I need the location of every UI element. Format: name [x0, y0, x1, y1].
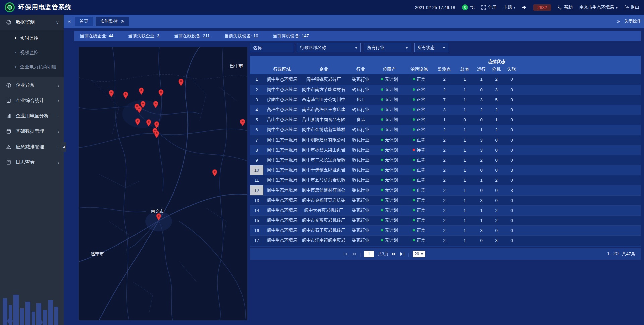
- table-row[interactable]: 7阆中生态环境局阆中明阳建材有限公司砖瓦行业无计划正常21300: [250, 135, 641, 145]
- map-pin-icon[interactable]: [154, 130, 159, 138]
- industry-filter-select[interactable]: 所有行业: [364, 43, 411, 52]
- table-row[interactable]: 4高坪生态环境局南充市高坪区王家店建砖瓦行业无计划正常31220: [250, 105, 641, 115]
- region-filter-select[interactable]: 行政区域名称: [297, 43, 361, 52]
- cell-total: 0: [455, 115, 474, 125]
- sidebar-group-label: 企业用电量分析: [16, 113, 49, 119]
- map-pin-icon[interactable]: [109, 90, 114, 97]
- alarm-count-badge[interactable]: 2632: [533, 4, 551, 11]
- map-pin-icon[interactable]: [123, 91, 128, 99]
- sidebar-item-power-load-detail[interactable]: 企业电力负荷明细: [0, 60, 64, 74]
- cell-total: 1: [455, 105, 474, 115]
- table-row[interactable]: 18南部生态环境局南部县建兴页岩砖有限砖瓦行业无计划正常21060: [250, 246, 641, 247]
- table-row[interactable]: 8阆中生态环境局阆中市枣碧大梁山页岩砖瓦行业无计划异常21300: [250, 145, 641, 155]
- name-filter-input[interactable]: [250, 43, 293, 52]
- cell-industry: 砖瓦行业: [346, 105, 375, 115]
- cell-limit: 无计划: [375, 74, 404, 85]
- cell-limit: 无计划: [375, 125, 404, 135]
- user-menu[interactable]: 南充市生态环境局 ▾: [579, 4, 618, 10]
- table-row[interactable]: 16阆中生态环境局阆中市石子页岩机砖厂砖瓦行业无计划正常21300: [250, 225, 641, 235]
- cell-facility: 正常: [404, 74, 434, 85]
- cell-points: 2: [434, 85, 455, 95]
- map-pin-icon[interactable]: [240, 119, 245, 126]
- close-operations-menu[interactable]: 关闭操作: [624, 18, 641, 24]
- sidebar-group-enterprise-abnormal[interactable]: 企业异常‹: [0, 77, 64, 93]
- sidebar-group-base-data-management[interactable]: 基础数据管理‹: [0, 124, 64, 139]
- table-row[interactable]: 6阆中生态环境局阆中市金博瑞新型墙材砖瓦行业无计划正常21120: [250, 125, 641, 135]
- table-row[interactable]: 3仪陇生态环境局西南油气田分公司川中化工无计划正常71350: [250, 95, 641, 105]
- cell-industry: 砖瓦行业: [346, 235, 375, 246]
- cell-index: 18: [250, 246, 263, 247]
- table-row[interactable]: 15阆中生态环境局阆中市光富页岩机砖厂砖瓦行业无计划正常21120: [250, 215, 641, 225]
- sidebar-item-realtime-monitor[interactable]: 实时监控: [0, 31, 64, 45]
- cell-index: 11: [250, 175, 263, 185]
- cell-company: 阆中市五马桥页岩机砖: [301, 175, 346, 185]
- table-row[interactable]: 1阆中生态环境局阆中强锐页岩砖厂砖瓦行业无计划正常21120: [250, 74, 641, 85]
- table-row[interactable]: 11阆中生态环境局阆中市五马桥页岩机砖砖瓦行业无计划正常21120: [250, 175, 641, 185]
- map-pin-icon[interactable]: [135, 118, 140, 126]
- map-pin-icon[interactable]: [153, 101, 158, 108]
- cell-index: 3: [250, 95, 263, 105]
- last-page-icon[interactable]: [400, 252, 405, 256]
- cell-total: 1: [455, 74, 474, 85]
- map-pin-icon[interactable]: [146, 119, 151, 127]
- table-row[interactable]: 2阆中生态环境局阆中市南方节能建材有砖瓦行业无计划正常21030: [250, 85, 641, 95]
- cell-limit: 无计划: [375, 195, 404, 205]
- table-row[interactable]: 5营山生态环境局营山县润丰肉食品有限食品无计划正常10010: [250, 115, 641, 125]
- table-row[interactable]: 17阆中生态环境局阆中市江南镇阆南页岩砖瓦行业无计划正常21030: [250, 235, 641, 246]
- map-pin-icon[interactable]: [178, 78, 184, 86]
- sidebar-group-label: 应急减排管理: [16, 144, 44, 150]
- map-pin-icon[interactable]: [158, 89, 164, 97]
- cell-company: 阆中市江南镇阆南页岩: [301, 235, 346, 246]
- map-pin-icon[interactable]: [140, 101, 146, 108]
- cell-region: 阆中生态环境局: [263, 74, 301, 85]
- map[interactable]: 巴中市南充市遂宁市: [79, 47, 247, 320]
- sidebar-group-power-usage-analysis[interactable]: 企业用电量分析‹: [0, 108, 64, 124]
- next-page-icon[interactable]: [392, 252, 396, 256]
- cell-total: 1: [455, 125, 474, 135]
- cell-run: 3: [474, 195, 489, 205]
- tab-scroll-right-icon[interactable]: »: [615, 18, 621, 24]
- help-button[interactable]: 帮助: [558, 4, 573, 10]
- sidebar-group-data-monitoring[interactable]: 数据监测∨: [0, 15, 64, 30]
- table-row[interactable]: 13阆中生态环境局阆中市金福旺页岩机砖砖瓦行业无计划正常21300: [250, 195, 641, 205]
- page-size-select[interactable]: 20: [413, 251, 425, 257]
- tab-home[interactable]: 首页: [75, 17, 93, 26]
- speaker-button[interactable]: [522, 5, 527, 9]
- cell-points: 2: [434, 125, 455, 135]
- table-row[interactable]: 14阆中生态环境局阆中大兴页岩机砖厂砖瓦行业无计划正常21120: [250, 205, 641, 215]
- map-pin-icon[interactable]: [139, 87, 144, 95]
- cell-index: 7: [250, 135, 263, 145]
- sidebar-group-log-view[interactable]: 日志查看‹: [0, 155, 64, 170]
- first-page-icon[interactable]: [343, 252, 348, 256]
- power-analysis-icon: [6, 113, 12, 119]
- cell-run: 3: [474, 95, 489, 105]
- prev-page-icon[interactable]: [352, 252, 356, 256]
- sidebar-item-label: 视频监控: [20, 50, 38, 56]
- table-row[interactable]: 10阆中生态环境局阆中千佛镇五郎垭页岩砖瓦行业无计划正常21003: [250, 165, 641, 175]
- sidebar-item-video-monitor[interactable]: 视频监控: [0, 45, 64, 60]
- logout-button[interactable]: 退出: [624, 4, 639, 10]
- table-row[interactable]: 9阆中生态环境局阆中市二龙长宝页岩砖砖瓦行业无计划正常21200: [250, 155, 641, 165]
- theme-menu[interactable]: 主题 ▾: [503, 4, 515, 10]
- cell-industry: 食品: [346, 115, 375, 125]
- chevron-down-icon: [421, 253, 423, 255]
- sidebar-group-emergency-reduction[interactable]: 应急减排管理‹: [0, 139, 64, 155]
- cell-index: 17: [250, 235, 263, 246]
- cell-lost: 3: [504, 165, 519, 175]
- sidebar-collapse-handle[interactable]: ◀: [61, 142, 66, 152]
- tab-close-icon[interactable]: ⊗: [120, 19, 124, 24]
- tab-scroll-left-icon[interactable]: «: [66, 18, 72, 24]
- table-row[interactable]: 12阆中生态环境局阆中市忠信建材有限公砖瓦行业无计划正常21003: [250, 185, 641, 195]
- cell-industry: 砖瓦行业: [346, 125, 375, 135]
- status-filter-select[interactable]: 所有状态: [414, 43, 448, 52]
- table-header: 行政区域 企业 行业 停限产 治污设施 监测点 总表 点位状态: [250, 56, 641, 74]
- fullscreen-button[interactable]: 全屏: [481, 4, 496, 10]
- tab-realtime-monitor[interactable]: 实时监控⊗: [96, 17, 129, 26]
- map-pin-icon[interactable]: [156, 213, 161, 221]
- sidebar-group-enterprise-statistics[interactable]: 企业综合统计‹: [0, 93, 64, 108]
- map-pin-icon[interactable]: [212, 169, 217, 177]
- fullscreen-icon: [481, 5, 486, 10]
- status-dot: [413, 179, 415, 181]
- cell-filler: [519, 155, 641, 165]
- page-number-input[interactable]: [364, 251, 374, 257]
